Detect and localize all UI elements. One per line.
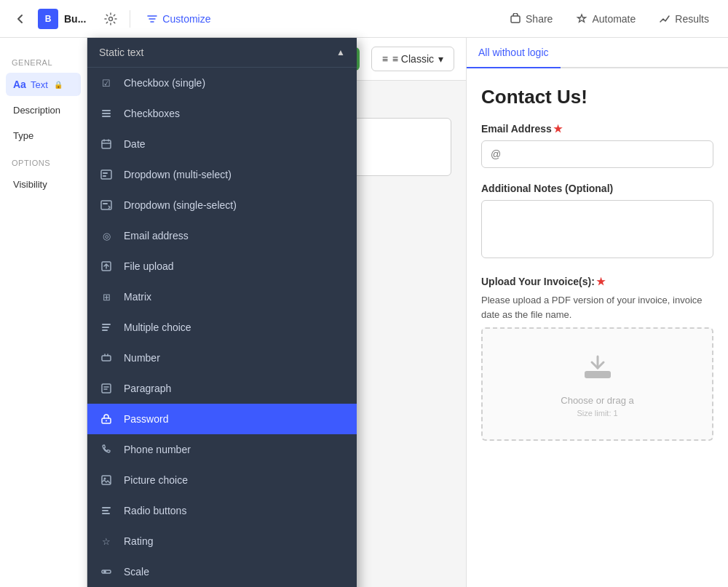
tab-customize[interactable]: Customize (136, 7, 221, 31)
lock-icon: 🔒 (54, 81, 63, 89)
dropdown-item-checkboxes[interactable]: Checkboxes (87, 98, 357, 129)
dropdown-item-dropdown-single[interactable]: Dropdown (single-select) (87, 190, 357, 220)
dropdown-item-multiple-choice[interactable]: Multiple choice (87, 312, 357, 343)
picture-choice-label: Picture choice (124, 474, 188, 486)
invoice-field-group: Upload Your Invoice(s):★ Please upload a… (481, 276, 713, 441)
file-upload-label: File upload (124, 260, 174, 272)
preview-content: Contact Us! Email Address★ Additional No… (467, 68, 728, 587)
upload-area[interactable]: Choose or drag a Size limit: 1 (481, 327, 713, 441)
svg-rect-10 (103, 203, 108, 204)
invoice-label: Upload Your Invoice(s):★ (481, 276, 713, 287)
multiple-choice-label: Multiple choice (124, 322, 191, 333)
scale-icon (99, 564, 114, 579)
radio-buttons-label: Radio buttons (124, 505, 186, 516)
options-section-label: Options (6, 156, 81, 170)
sidebar-item-visibility[interactable]: Visibility (6, 173, 81, 196)
svg-point-18 (106, 420, 107, 422)
app-logo: B (38, 9, 58, 29)
matrix-icon: ⊞ (99, 289, 114, 304)
visibility-item-label: Visibility (13, 179, 47, 190)
sidebar-item-text[interactable]: Aa Text 🔒 (6, 73, 81, 96)
upload-hint: Size limit: 1 (497, 409, 697, 418)
dropdown-menu: Static text ▲ ☑ Checkbox (single) Checkb… (87, 38, 357, 587)
svg-point-20 (104, 478, 106, 480)
description-item-label: Description (13, 105, 60, 116)
back-button[interactable] (9, 7, 32, 31)
dropdown-item-paragraph[interactable]: Paragraph (87, 373, 357, 404)
svg-rect-13 (102, 327, 109, 328)
text-item-label: Text (31, 79, 48, 90)
email-icon: ◎ (99, 228, 114, 243)
svg-rect-14 (102, 330, 108, 331)
dropdown-single-label: Dropdown (single-select) (124, 199, 237, 211)
dropdown-item-checkbox-single[interactable]: ☑ Checkbox (single) (87, 68, 357, 98)
app-title: Bu... (64, 13, 86, 25)
password-icon (99, 412, 114, 426)
file-upload-icon (99, 259, 114, 273)
form-title: Contact Us! (481, 86, 713, 108)
dropdown-item-number[interactable]: Number (87, 343, 357, 373)
invoice-description: Please upload a PDF version of your invo… (481, 293, 713, 322)
svg-point-25 (103, 570, 106, 573)
share-button[interactable]: Share (499, 7, 563, 31)
dropdown-item-dropdown-multi[interactable]: Dropdown (multi-select) (87, 159, 357, 190)
main-layout: General Aa Text 🔒 Description Type Optio… (0, 38, 728, 587)
svg-rect-9 (101, 201, 111, 209)
dropdown-item-matrix[interactable]: ⊞ Matrix (87, 281, 357, 312)
type-item-label: Type (13, 130, 33, 141)
results-button[interactable]: Results (649, 7, 719, 31)
svg-rect-22 (102, 510, 108, 511)
dropdown-single-icon (99, 198, 114, 212)
svg-rect-23 (102, 513, 110, 514)
svg-rect-2 (102, 110, 111, 111)
svg-rect-3 (102, 113, 111, 114)
notes-textarea[interactable] (481, 200, 713, 258)
sidebar-item-type[interactable]: Type (6, 124, 81, 147)
center-area: Aa Static text 🔒 Change type ▾ Done ≡ ≡ … (87, 38, 466, 587)
phone-number-icon (99, 442, 114, 457)
phone-number-label: Phone number (124, 444, 191, 455)
dropdown-item-rating[interactable]: ☆ Rating (87, 526, 357, 556)
general-section-label: General (6, 55, 81, 70)
gear-button[interactable] (98, 6, 124, 32)
dropdown-multi-icon (99, 167, 114, 182)
dropdown-item-scale[interactable]: Scale (87, 556, 357, 587)
sidebar-item-description[interactable]: Description (6, 99, 81, 121)
tab-all[interactable]: All without logic (467, 38, 561, 68)
dropdown-item-date[interactable]: Date (87, 129, 357, 159)
svg-rect-7 (103, 172, 108, 174)
svg-rect-21 (102, 507, 111, 508)
dropdown-item-picture-choice[interactable]: Picture choice (87, 465, 357, 495)
classic-icon: ≡ (382, 53, 388, 65)
svg-rect-5 (102, 140, 111, 148)
left-sidebar: General Aa Text 🔒 Description Type Optio… (0, 38, 87, 587)
svg-rect-8 (103, 175, 106, 177)
dropdown-item-radio-buttons[interactable]: Radio buttons (87, 495, 357, 526)
email-input[interactable] (481, 140, 713, 168)
rating-icon: ☆ (99, 534, 114, 548)
checkboxes-icon (99, 106, 114, 121)
classic-chevron: ▾ (438, 53, 443, 65)
classic-label: ≡ Classic (392, 53, 434, 65)
notes-label: Additional Notes (Optional) (481, 183, 713, 194)
picture-choice-icon (99, 473, 114, 487)
nav-divider-1 (130, 10, 130, 28)
dropdown-item-password[interactable]: Password (87, 404, 357, 434)
classic-button[interactable]: ≡ ≡ Classic ▾ (371, 47, 454, 71)
svg-rect-16 (102, 384, 111, 393)
svg-point-0 (109, 17, 113, 20)
dropdown-item-email[interactable]: ◎ Email address (87, 220, 357, 251)
text-aa-icon: Aa (13, 79, 26, 90)
svg-rect-19 (102, 476, 111, 484)
paragraph-icon (99, 381, 114, 396)
dropdown-item-file-upload[interactable]: File upload (87, 251, 357, 281)
automate-button[interactable]: Automate (566, 7, 646, 31)
dropdown-item-phone-number[interactable]: Phone number (87, 434, 357, 465)
invoice-required-mark: ★ (596, 276, 606, 287)
notes-field-group: Additional Notes (Optional) (481, 183, 713, 261)
svg-rect-4 (102, 116, 111, 117)
scale-label: Scale (124, 566, 149, 578)
svg-rect-30 (585, 371, 611, 378)
right-preview: All without logic Contact Us! Email Addr… (466, 38, 728, 587)
svg-rect-12 (102, 324, 111, 325)
